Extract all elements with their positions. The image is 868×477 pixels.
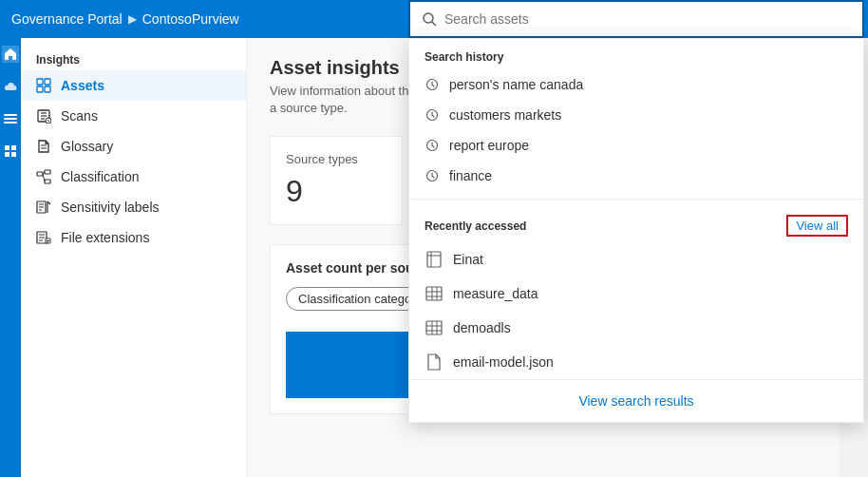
history-item-3[interactable]: finance (409, 161, 863, 191)
search-bar[interactable] (408, 0, 864, 38)
history-item-1-label: customers markets (449, 107, 561, 123)
svg-rect-11 (37, 86, 43, 92)
search-icon (422, 11, 437, 27)
recent-item-3-label: email-model.json (453, 354, 554, 370)
history-icon-1 (425, 107, 440, 123)
svg-rect-7 (5, 152, 9, 157)
file-extensions-icon (36, 230, 51, 245)
sidebar-section-title: Insights (21, 46, 246, 70)
sensitivity-labels-icon (36, 200, 51, 215)
sidebar-item-glossary[interactable]: Glossary (21, 131, 246, 162)
view-search-results-button[interactable]: View search results (409, 379, 863, 422)
recent-item-0-label: Einat (453, 252, 483, 267)
view-all-button[interactable]: View all (786, 215, 848, 237)
search-wrapper[interactable] (408, 0, 864, 38)
sidebar-item-scans-label: Scans (61, 108, 98, 124)
svg-rect-44 (427, 252, 441, 267)
svg-rect-8 (11, 152, 16, 157)
dropdown-divider (409, 199, 863, 200)
svg-rect-5 (5, 145, 9, 150)
sidebar-item-glossary-label: Glossary (61, 139, 113, 154)
recent-icon-table2 (425, 318, 443, 337)
filter-pill-label: Classification catego (298, 292, 411, 306)
chart-bar-blue (286, 332, 409, 398)
recent-item-2-label: demoadls (453, 320, 511, 335)
topbar: Governance Portal ▶ ContosoPurview (0, 0, 868, 38)
svg-rect-4 (4, 122, 17, 124)
history-item-2-label: report europe (449, 138, 529, 153)
search-input[interactable] (444, 11, 851, 27)
recently-accessed-label: Recently accessed (425, 219, 526, 233)
svg-rect-47 (426, 287, 442, 300)
classification-icon (36, 169, 51, 184)
breadcrumb-chevron: ▶ (128, 12, 137, 26)
history-item-1[interactable]: customers markets (409, 100, 863, 130)
svg-line-1 (432, 22, 436, 26)
history-icon-2 (425, 138, 440, 153)
portal-instance: ContosoPurview (142, 11, 239, 27)
recent-icon-file (425, 353, 443, 372)
scans-icon (36, 108, 51, 124)
sidebar-item-sensitivity-labels-label: Sensitivity labels (61, 200, 160, 215)
icon-bar-home[interactable] (2, 46, 19, 63)
glossary-icon (36, 139, 51, 154)
icon-bar-cloud[interactable] (2, 78, 19, 95)
icon-bar-grid[interactable] (2, 143, 19, 160)
assets-icon (36, 78, 51, 93)
svg-rect-6 (11, 145, 16, 150)
history-icon-0 (425, 77, 440, 92)
source-types-value: 9 (286, 174, 387, 209)
svg-rect-21 (37, 172, 43, 176)
recent-item-0[interactable]: Einat (409, 242, 863, 277)
recent-icon-table (425, 284, 443, 303)
svg-rect-3 (4, 118, 17, 120)
sidebar: Insights Assets (21, 38, 247, 477)
recently-accessed-header: Recently accessed View all (409, 207, 863, 242)
sidebar-item-classification[interactable]: Classification (21, 162, 246, 192)
search-dropdown: Search history person's name canada cust… (408, 38, 864, 423)
svg-rect-10 (45, 79, 50, 85)
source-types-card: Source types 9 (270, 136, 403, 225)
source-types-label: Source types (286, 152, 387, 166)
history-item-0[interactable]: person's name canada (409, 69, 863, 100)
recent-item-2[interactable]: demoadls (409, 311, 863, 345)
sidebar-item-file-extensions-label: File extensions (61, 230, 149, 245)
svg-rect-2 (4, 114, 17, 116)
svg-rect-9 (37, 79, 43, 85)
sidebar-item-scans[interactable]: Scans (21, 101, 246, 131)
sidebar-item-assets[interactable]: Assets (21, 70, 246, 101)
icon-bar (0, 38, 21, 477)
sidebar-item-sensitivity-labels[interactable]: Sensitivity labels (21, 192, 246, 222)
recent-item-1[interactable]: measure_data (409, 277, 863, 311)
svg-rect-52 (426, 321, 442, 334)
history-item-2[interactable]: report europe (409, 130, 863, 161)
breadcrumb: Governance Portal ▶ ContosoPurview (11, 11, 239, 27)
history-icon-3 (425, 168, 440, 183)
svg-line-25 (43, 174, 45, 181)
sidebar-item-assets-label: Assets (61, 78, 104, 93)
recent-icon-database (425, 250, 443, 269)
svg-rect-23 (45, 180, 50, 183)
history-item-3-label: finance (449, 168, 492, 183)
icon-bar-list[interactable] (2, 110, 19, 127)
history-item-0-label: person's name canada (449, 77, 583, 92)
recent-item-1-label: measure_data (453, 286, 538, 301)
sidebar-item-classification-label: Classification (61, 169, 139, 184)
svg-rect-22 (45, 170, 50, 174)
search-history-label: Search history (409, 39, 863, 69)
portal-name: Governance Portal (11, 11, 123, 27)
recent-item-3[interactable]: email-model.json (409, 345, 863, 379)
svg-rect-12 (45, 86, 50, 92)
sidebar-item-file-extensions[interactable]: File extensions (21, 222, 246, 253)
